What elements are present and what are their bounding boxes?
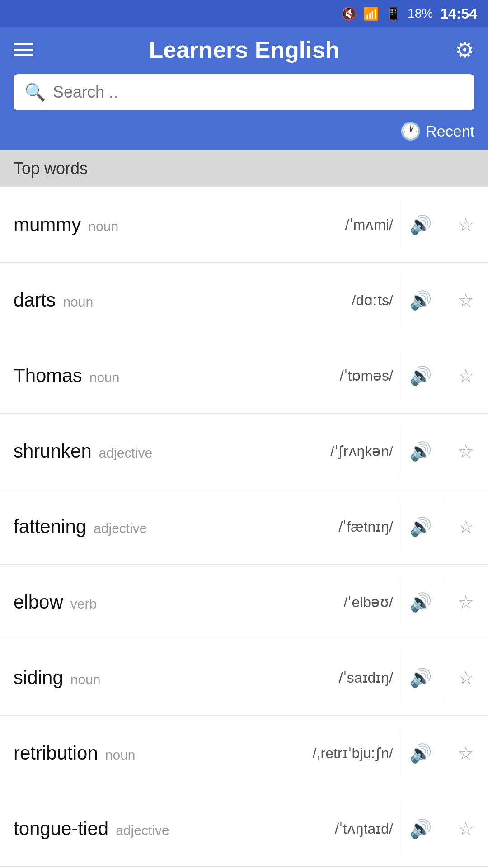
star-icon: ☆ bbox=[458, 441, 474, 462]
hamburger-line-1 bbox=[14, 43, 33, 45]
sound-icon: 🔊 bbox=[409, 818, 432, 840]
recent-bar: 🕐 Recent bbox=[14, 121, 474, 150]
word-row[interactable]: siding noun /ˈsaɪdɪŋ/ 🔊 ☆ bbox=[0, 640, 488, 716]
hamburger-menu-button[interactable] bbox=[14, 43, 33, 56]
word-type: noun bbox=[63, 294, 93, 310]
word-row[interactable]: retribution noun /ˌretrɪˈbjuːʃn/ 🔊 ☆ bbox=[0, 716, 488, 791]
sound-icon: 🔊 bbox=[409, 290, 432, 311]
sound-button[interactable]: 🔊 bbox=[398, 351, 443, 401]
word-phonetic: /ˈmʌmi/ bbox=[345, 216, 393, 233]
hamburger-line-3 bbox=[14, 54, 33, 56]
word-type: noun bbox=[105, 747, 136, 763]
search-container: 🔍 bbox=[14, 74, 474, 110]
word-row[interactable]: tongue-tied adjective /ˈtʌŋtaɪd/ 🔊 ☆ bbox=[0, 791, 488, 867]
sound-icon: 🔊 bbox=[409, 516, 432, 538]
favorite-button[interactable]: ☆ bbox=[443, 577, 488, 627]
sound-icon: 🔊 bbox=[409, 667, 432, 689]
star-icon: ☆ bbox=[458, 743, 474, 764]
word-actions: 🔊 ☆ bbox=[398, 653, 488, 703]
signal-icon: 📱 bbox=[385, 6, 401, 21]
word-type: verb bbox=[70, 596, 97, 612]
word-actions: 🔊 ☆ bbox=[398, 577, 488, 627]
header-top: Learners English ⚙ bbox=[14, 36, 474, 63]
sound-button[interactable]: 🔊 bbox=[398, 804, 443, 854]
star-icon: ☆ bbox=[458, 516, 474, 537]
sound-button[interactable]: 🔊 bbox=[398, 426, 443, 476]
sound-icon: 🔊 bbox=[409, 214, 432, 236]
hamburger-line-2 bbox=[14, 49, 33, 51]
sound-button[interactable]: 🔊 bbox=[398, 653, 443, 703]
star-icon: ☆ bbox=[458, 818, 474, 839]
word-type: adjective bbox=[94, 521, 147, 536]
word-row[interactable]: Thomas noun /ˈtɒməs/ 🔊 ☆ bbox=[0, 338, 488, 414]
sound-icon: 🔊 bbox=[409, 365, 432, 387]
star-icon: ☆ bbox=[458, 592, 474, 613]
word-actions: 🔊 ☆ bbox=[398, 728, 488, 778]
word-info: darts noun bbox=[14, 289, 352, 311]
mute-icon: 🔇 bbox=[341, 6, 357, 21]
word-phonetic: /ˈʃrʌŋkən/ bbox=[330, 443, 393, 460]
word-text: elbow bbox=[14, 591, 63, 613]
sound-button[interactable]: 🔊 bbox=[398, 577, 443, 627]
word-text: darts bbox=[14, 289, 56, 311]
word-row[interactable]: darts noun /dɑːts/ 🔊 ☆ bbox=[0, 263, 488, 338]
word-actions: 🔊 ☆ bbox=[398, 426, 488, 476]
star-icon: ☆ bbox=[458, 290, 474, 311]
sound-icon: 🔊 bbox=[409, 592, 432, 613]
favorite-button[interactable]: ☆ bbox=[443, 351, 488, 401]
word-text: shrunken bbox=[14, 440, 92, 462]
word-text: retribution bbox=[14, 742, 98, 764]
word-info: Thomas noun bbox=[14, 365, 340, 387]
word-type: adjective bbox=[99, 445, 152, 461]
favorite-button[interactable]: ☆ bbox=[443, 275, 488, 325]
search-input[interactable] bbox=[53, 83, 464, 102]
header: Learners English ⚙ 🔍 🕐 Recent bbox=[0, 27, 488, 150]
word-text: Thomas bbox=[14, 365, 82, 387]
word-info: tongue-tied adjective bbox=[14, 818, 335, 840]
word-actions: 🔊 ☆ bbox=[398, 351, 488, 401]
sound-icon: 🔊 bbox=[409, 441, 432, 462]
sound-button[interactable]: 🔊 bbox=[398, 728, 443, 778]
word-info: retribution noun bbox=[14, 742, 313, 764]
recent-icon: 🕐 bbox=[400, 121, 421, 141]
word-text: siding bbox=[14, 667, 63, 689]
word-row[interactable]: fattening adjective /ˈfætnɪŋ/ 🔊 ☆ bbox=[0, 489, 488, 565]
word-row[interactable]: shrunken adjective /ˈʃrʌŋkən/ 🔊 ☆ bbox=[0, 414, 488, 489]
word-info: siding noun bbox=[14, 667, 339, 689]
word-phonetic: /ˈfætnɪŋ/ bbox=[338, 518, 393, 535]
word-type: noun bbox=[89, 370, 120, 385]
word-info: mummy noun bbox=[14, 214, 345, 236]
word-row[interactable]: mummy noun /ˈmʌmi/ 🔊 ☆ bbox=[0, 187, 488, 263]
favorite-button[interactable]: ☆ bbox=[443, 426, 488, 476]
sound-button[interactable]: 🔊 bbox=[398, 275, 443, 325]
app-title: Learners English bbox=[33, 36, 455, 63]
favorite-button[interactable]: ☆ bbox=[443, 804, 488, 854]
sound-button[interactable]: 🔊 bbox=[398, 502, 443, 552]
word-actions: 🔊 ☆ bbox=[398, 804, 488, 854]
word-row[interactable]: elbow verb /ˈelbəʊ/ 🔊 ☆ bbox=[0, 565, 488, 640]
word-type: noun bbox=[70, 672, 101, 687]
word-phonetic: /ˈsaɪdɪŋ/ bbox=[339, 669, 393, 686]
word-text: fattening bbox=[14, 516, 86, 538]
settings-button[interactable]: ⚙ bbox=[455, 37, 474, 62]
word-info: shrunken adjective bbox=[14, 440, 330, 462]
favorite-button[interactable]: ☆ bbox=[443, 653, 488, 703]
word-list: mummy noun /ˈmʌmi/ 🔊 ☆ darts noun /dɑːts… bbox=[0, 187, 488, 868]
star-icon: ☆ bbox=[458, 667, 474, 688]
word-phonetic: /ˈtʌŋtaɪd/ bbox=[335, 820, 393, 837]
wifi-icon: 📶 bbox=[363, 6, 379, 21]
battery-text: 18% bbox=[408, 6, 433, 21]
favorite-button[interactable]: ☆ bbox=[443, 502, 488, 552]
word-phonetic: /ˌretrɪˈbjuːʃn/ bbox=[313, 745, 393, 762]
star-icon: ☆ bbox=[458, 214, 474, 235]
recent-button[interactable]: 🕐 Recent bbox=[400, 121, 474, 141]
word-actions: 🔊 ☆ bbox=[398, 502, 488, 552]
status-time: 14:54 bbox=[440, 5, 477, 22]
favorite-button[interactable]: ☆ bbox=[443, 200, 488, 250]
word-text: tongue-tied bbox=[14, 818, 108, 840]
sound-button[interactable]: 🔊 bbox=[398, 200, 443, 250]
word-type: adjective bbox=[116, 823, 169, 838]
favorite-button[interactable]: ☆ bbox=[443, 728, 488, 778]
star-icon: ☆ bbox=[458, 365, 474, 386]
word-phonetic: /ˈtɒməs/ bbox=[340, 367, 393, 384]
